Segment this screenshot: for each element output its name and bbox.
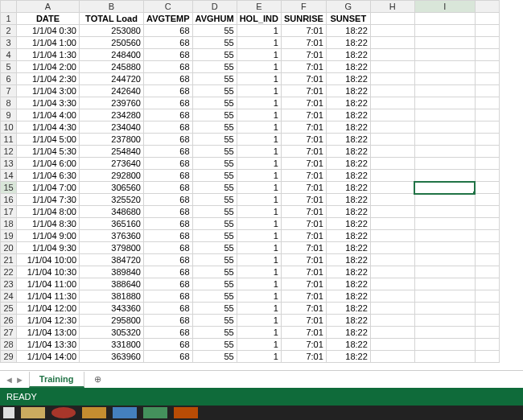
cell[interactable] [475, 170, 499, 182]
cell[interactable]: 68 [144, 37, 193, 49]
row-header[interactable]: 26 [1, 315, 17, 327]
cell[interactable]: 18:22 [326, 134, 370, 146]
cell[interactable]: 305320 [80, 327, 144, 339]
cell[interactable]: 55 [192, 254, 237, 266]
cell[interactable]: 1/1/04 11:00 [17, 278, 80, 290]
row-header[interactable]: 12 [1, 146, 17, 158]
row-header[interactable]: 19 [1, 230, 17, 242]
cell[interactable] [414, 230, 475, 242]
cell[interactable]: 68 [144, 351, 193, 363]
cell[interactable]: 68 [144, 315, 193, 327]
cell[interactable]: 55 [192, 73, 237, 85]
cell[interactable]: 68 [144, 121, 193, 134]
cell[interactable]: 68 [144, 242, 193, 254]
cell[interactable] [475, 158, 499, 170]
cell[interactable] [475, 61, 499, 73]
cell[interactable]: 18:22 [326, 339, 370, 351]
row-header[interactable]: 2 [1, 25, 17, 37]
cell[interactable]: 7:01 [281, 254, 326, 266]
cell[interactable]: 7:01 [281, 158, 326, 170]
cell[interactable]: 7:01 [281, 315, 326, 327]
cell[interactable]: 7:01 [281, 194, 326, 206]
cell[interactable] [414, 303, 475, 315]
cell[interactable]: 388640 [80, 278, 144, 290]
cell[interactable] [414, 194, 475, 206]
cell[interactable]: 1 [237, 121, 281, 134]
cell[interactable]: 331800 [80, 339, 144, 351]
cell[interactable]: 68 [144, 134, 193, 146]
cell[interactable] [414, 49, 475, 61]
cell[interactable]: 55 [192, 315, 237, 327]
cell[interactable]: 1 [237, 218, 281, 230]
cell[interactable] [370, 278, 414, 290]
cell[interactable] [370, 97, 414, 109]
cell[interactable]: 1 [237, 206, 281, 218]
cell[interactable] [370, 37, 414, 49]
cell[interactable] [414, 73, 475, 85]
row-header[interactable]: 17 [1, 206, 17, 218]
cell[interactable] [414, 25, 475, 37]
cell[interactable] [414, 266, 475, 278]
taskbar-item[interactable] [21, 407, 45, 418]
cell[interactable]: 1 [237, 254, 281, 266]
cell[interactable]: 1 [237, 266, 281, 278]
cell[interactable] [475, 73, 499, 85]
column-header[interactable]: B [80, 1, 144, 13]
cell[interactable] [414, 351, 475, 363]
cell[interactable] [475, 254, 499, 266]
cell[interactable] [475, 351, 499, 363]
cell[interactable]: 7:01 [281, 170, 326, 182]
cell[interactable]: 1 [237, 170, 281, 182]
cell[interactable]: 55 [192, 121, 237, 134]
cell[interactable] [414, 278, 475, 290]
row-header[interactable]: 4 [1, 49, 17, 61]
cell[interactable] [414, 327, 475, 339]
cell[interactable] [370, 303, 414, 315]
cell[interactable] [370, 339, 414, 351]
row-header[interactable]: 22 [1, 266, 17, 278]
cell[interactable]: 245880 [80, 61, 144, 73]
cell[interactable]: 306560 [80, 182, 144, 194]
row-header[interactable]: 16 [1, 194, 17, 206]
cell[interactable]: 1/1/04 2:30 [17, 73, 80, 85]
cell[interactable] [414, 121, 475, 134]
cell[interactable]: 1 [237, 61, 281, 73]
cell[interactable]: 250560 [80, 37, 144, 49]
cell[interactable] [370, 146, 414, 158]
cell[interactable]: 68 [144, 339, 193, 351]
cell[interactable] [475, 182, 499, 194]
cell[interactable]: 1/1/04 1:00 [17, 37, 80, 49]
cell[interactable]: AVGTEMP [144, 13, 193, 25]
cell[interactable]: 68 [144, 73, 193, 85]
start-icon[interactable] [3, 407, 14, 418]
cell[interactable]: 7:01 [281, 73, 326, 85]
cell[interactable]: 55 [192, 170, 237, 182]
cell[interactable]: 55 [192, 206, 237, 218]
cell[interactable]: 254840 [80, 146, 144, 158]
cell[interactable]: 239760 [80, 97, 144, 109]
row-header[interactable]: 21 [1, 254, 17, 266]
cell[interactable] [414, 13, 475, 25]
cell[interactable] [370, 13, 414, 25]
cell[interactable]: 68 [144, 218, 193, 230]
cell[interactable]: 273640 [80, 158, 144, 170]
cell[interactable]: 55 [192, 85, 237, 97]
cell[interactable] [414, 315, 475, 327]
cell[interactable]: 1/1/04 13:00 [17, 327, 80, 339]
cell[interactable] [370, 49, 414, 61]
cell[interactable]: 55 [192, 182, 237, 194]
cell[interactable]: 18:22 [326, 61, 370, 73]
cell[interactable]: 18:22 [326, 290, 370, 303]
cell[interactable] [370, 327, 414, 339]
cell[interactable]: 18:22 [326, 73, 370, 85]
cell[interactable]: 68 [144, 25, 193, 37]
cell[interactable] [414, 242, 475, 254]
cell[interactable]: 1/1/04 4:30 [17, 121, 80, 134]
cell[interactable]: 1/1/04 5:30 [17, 146, 80, 158]
cell[interactable]: 234040 [80, 121, 144, 134]
cell[interactable] [414, 61, 475, 73]
cell[interactable]: 7:01 [281, 290, 326, 303]
cell[interactable]: 1/1/04 0:30 [17, 25, 80, 37]
cell[interactable]: 1/1/04 10:00 [17, 254, 80, 266]
sheet-tab-training[interactable]: Training [29, 372, 84, 388]
